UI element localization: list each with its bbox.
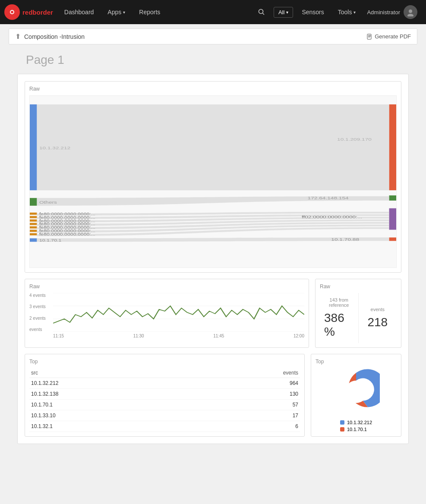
sankey-label: Raw	[29, 86, 397, 92]
cell-events: 130	[198, 389, 300, 400]
cell-src: 10.1.33.10	[29, 410, 198, 421]
table-row: 10.1.70.157	[29, 400, 300, 410]
page-title: Composition -Intrusion	[24, 33, 85, 40]
search-button[interactable]	[251, 0, 272, 24]
table-section: Top src events 10.1.32.21296410.1.32.138…	[25, 354, 305, 437]
navbar: redborder Dashboard Apps ▾ Reports All ▾…	[0, 0, 426, 24]
legend-dot-2	[340, 427, 344, 432]
stat-events-label: events	[371, 307, 385, 312]
svg-rect-30	[30, 226, 37, 228]
stats-label: Raw	[320, 284, 397, 290]
nav-dashboard[interactable]: Dashboard	[57, 0, 101, 24]
nav-reports[interactable]: Reports	[132, 0, 167, 24]
pie-chart-container: 10.1.32.212 10.1.70.1	[316, 368, 397, 432]
svg-point-3	[259, 9, 263, 14]
cell-events: 17	[198, 410, 300, 421]
table-pie-row: Top src events 10.1.32.21296410.1.32.138…	[25, 354, 401, 437]
pie-top-label: Top	[316, 359, 397, 365]
apps-chevron-icon: ▾	[123, 10, 125, 15]
svg-rect-22	[30, 213, 37, 215]
table-row: 10.1.32.212964	[29, 378, 300, 389]
stat-percentage: 143 from reference 386 %	[320, 293, 359, 343]
user-menu[interactable]: Administrator	[363, 5, 422, 19]
svg-rect-26	[30, 220, 37, 222]
brand-name: redborder	[22, 9, 53, 16]
svg-rect-14	[389, 104, 396, 190]
pie-section: Top 10.1.32.	[311, 354, 401, 437]
filter-dropdown[interactable]: All ▾	[274, 7, 293, 18]
svg-rect-16	[30, 198, 37, 206]
cell-src: 10.1.70.1	[29, 400, 198, 410]
main-card: Raw 10.1.32.212 10.1.209.170 Others	[17, 74, 409, 444]
y-axis-labels: 4 events 3 events 2 events events	[29, 293, 53, 332]
table-top-label: Top	[29, 359, 300, 365]
generate-pdf-button[interactable]: Generate PDF	[366, 33, 411, 40]
svg-rect-34	[30, 233, 37, 235]
legend-item-1: 10.1.32.212	[340, 420, 372, 425]
table-row: 10.1.32.138130	[29, 389, 300, 400]
svg-rect-8	[367, 34, 371, 39]
svg-point-44	[345, 381, 367, 403]
stat-percentage-value: 386 %	[324, 311, 354, 339]
svg-rect-12	[30, 104, 37, 190]
avatar	[404, 5, 417, 19]
cell-events: 57	[198, 400, 300, 410]
pie-chart-svg	[332, 368, 380, 416]
cell-src: 10.1.32.1	[29, 421, 198, 432]
cell-events: 964	[198, 378, 300, 389]
nav-apps[interactable]: Apps ▾	[101, 0, 132, 24]
svg-line-4	[262, 13, 264, 15]
svg-point-6	[409, 9, 412, 13]
legend-dot-1	[340, 420, 344, 425]
svg-rect-24	[30, 216, 37, 218]
svg-rect-32	[30, 230, 37, 232]
cell-events: 6	[198, 421, 300, 432]
sankey-section: Raw 10.1.32.212 10.1.209.170 Others	[25, 81, 401, 273]
x-axis-labels: 11:15 11:30 11:45 12:00	[53, 334, 304, 338]
stats-inner: 143 from reference 386 % events 218	[320, 293, 397, 343]
stat-events-value: 218	[367, 315, 388, 329]
nav-sensors[interactable]: Sensors	[295, 0, 331, 24]
table-row: 10.1.33.1017	[29, 410, 300, 421]
back-icon[interactable]: ⬆	[15, 32, 21, 41]
cell-src: 10.1.32.212	[29, 378, 198, 389]
brand-logo	[4, 4, 20, 20]
data-table: src events 10.1.32.21296410.1.32.1381301…	[29, 368, 300, 432]
stats-section: Raw 143 from reference 386 % events 218	[315, 279, 401, 348]
cell-src: 10.1.32.138	[29, 389, 198, 400]
brand[interactable]: redborder	[4, 4, 53, 20]
legend-label-2: 10.1.70.1	[347, 427, 367, 432]
page-wrapper: ⬆ Composition -Intrusion Generate PDF Pa…	[0, 24, 426, 453]
stat-reference: 143 from reference	[324, 297, 354, 308]
stat-events: events 218	[359, 293, 397, 343]
svg-point-2	[11, 11, 13, 13]
nav-tools[interactable]: Tools ▾	[331, 0, 363, 24]
chart-label: Raw	[29, 284, 304, 290]
col-src: src	[29, 368, 198, 378]
bottom-row: Raw 4 events 3 events 2 events events	[25, 279, 401, 348]
svg-rect-20	[389, 208, 396, 230]
legend-label-1: 10.1.32.212	[347, 420, 372, 425]
tools-chevron-icon: ▾	[353, 10, 356, 15]
breadcrumb-left: ⬆ Composition -Intrusion	[15, 32, 85, 41]
pie-legend: 10.1.32.212 10.1.70.1	[340, 420, 372, 432]
col-events: events	[198, 368, 300, 378]
sankey-chart: 10.1.32.212 10.1.209.170 Others 172.64.1…	[29, 95, 397, 268]
svg-rect-18	[389, 195, 396, 201]
legend-item-2: 10.1.70.1	[340, 427, 372, 432]
chart-section: Raw 4 events 3 events 2 events events	[25, 279, 309, 348]
filter-chevron-icon: ▾	[286, 10, 288, 15]
svg-rect-38	[389, 237, 396, 241]
breadcrumb-bar: ⬆ Composition -Intrusion Generate PDF	[9, 28, 417, 44]
svg-rect-36	[30, 238, 37, 242]
svg-rect-28	[30, 223, 37, 225]
table-row: 10.1.32.16	[29, 421, 300, 432]
page-label: Page 1	[26, 53, 417, 67]
